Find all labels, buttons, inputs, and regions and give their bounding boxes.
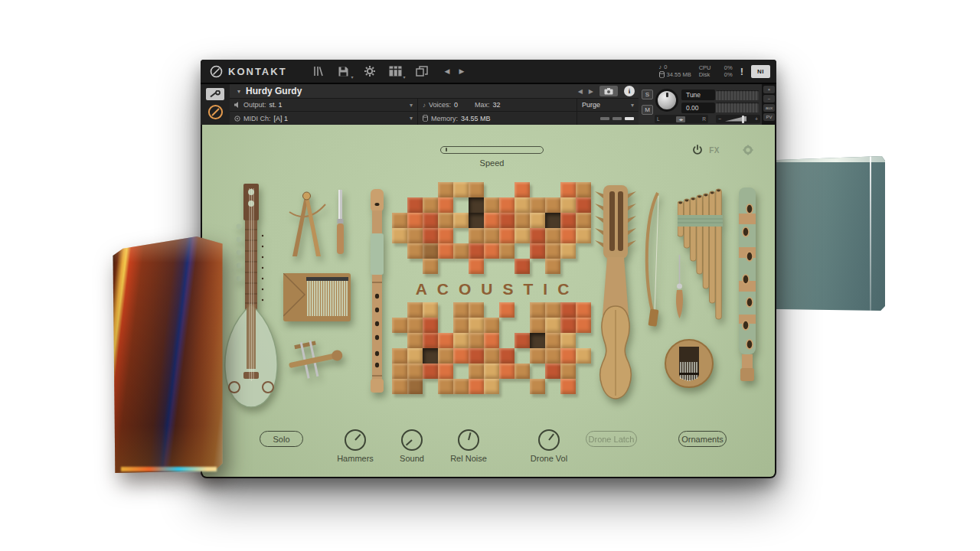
hurdy-gurdy-panel: Speed FX — [202, 125, 775, 477]
mute-channel-button[interactable]: M — [642, 105, 653, 115]
teal-cube-decoration — [776, 156, 885, 311]
toolbar-stats: ♪ 0 34.55 MB CPU 0% Disk 0% — [659, 64, 770, 78]
mosaic-block — [438, 197, 453, 213]
output-caret-icon: ▾ — [410, 102, 413, 109]
solo-channel-button[interactable]: S — [642, 90, 653, 99]
view-size-buttons[interactable] — [600, 117, 634, 120]
speaker-icon — [234, 102, 240, 108]
rel-noise-knob[interactable] — [458, 429, 479, 451]
mosaic-block — [484, 318, 499, 333]
speed-slider[interactable] — [440, 146, 544, 154]
instrument-header-block: ▾ Hurdy Gurdy ◀ ▶ i Output: — [230, 84, 639, 125]
mosaic-block — [484, 197, 499, 213]
library-icon[interactable] — [310, 64, 325, 78]
title-caret-icon[interactable]: ▾ — [237, 88, 240, 95]
chisel-image — [335, 190, 346, 256]
volume-handle[interactable] — [742, 116, 744, 123]
desktop-stage: KONTAKT ▾ ▾ — [0, 0, 980, 551]
toolbar-nav: ◀ ▶ — [445, 67, 465, 75]
mosaic-block — [407, 197, 423, 213]
wood-block-mosaic-upper — [392, 182, 591, 274]
kontakt-toolbar: KONTAKT ▾ ▾ — [201, 60, 776, 84]
mosaic-block — [392, 213, 407, 228]
mosaic-hole — [423, 348, 438, 364]
solo-button[interactable]: Solo — [260, 431, 303, 447]
mosaic-block — [453, 318, 469, 333]
mosaic-block — [407, 228, 423, 243]
mosaic-block — [407, 333, 423, 348]
purge-menu[interactable]: Purge ▾ — [577, 99, 639, 111]
mosaic-block — [530, 243, 545, 259]
mosaic-block — [407, 379, 423, 394]
warning-icon[interactable]: ! — [740, 66, 743, 77]
round-kalimba-image — [664, 339, 714, 388]
mosaic-block — [484, 364, 499, 379]
mosaic-block — [407, 348, 423, 364]
pan-slider[interactable]: L ◂▸ R — [655, 115, 708, 123]
mosaic-block — [423, 228, 438, 243]
mixer-view-icon[interactable]: ▾ — [388, 64, 403, 78]
disk-value: 0% — [724, 72, 733, 78]
ornaments-button[interactable]: Ornaments — [678, 431, 727, 447]
fx-controls: FX — [692, 145, 753, 155]
mosaic-block — [407, 318, 423, 333]
output-select[interactable]: Output: st. 1 ▾ — [230, 99, 418, 111]
mosaic-block — [530, 348, 545, 364]
mosaic-block — [545, 197, 560, 213]
spinning-tool-image — [287, 337, 344, 385]
save-icon[interactable]: ▾ — [336, 64, 351, 78]
hammers-knob[interactable] — [345, 429, 366, 451]
drone-vol-knob[interactable] — [538, 429, 560, 451]
mosaic-block — [560, 243, 576, 259]
mosaic-block — [392, 379, 407, 394]
mosaic-block — [423, 364, 438, 379]
fx-power-icon[interactable] — [692, 145, 703, 155]
sound-knob[interactable] — [401, 429, 423, 451]
wood-block-mosaic-lower — [392, 302, 591, 394]
mosaic-block — [438, 213, 453, 228]
volume-slider[interactable]: − + — [716, 115, 760, 123]
window-layout-icon[interactable] — [414, 64, 430, 78]
drone-vol-label: Drone Vol — [531, 454, 567, 463]
minimize-instrument-button[interactable]: − — [763, 95, 775, 103]
speed-slider-handle[interactable] — [446, 148, 447, 152]
info-button[interactable]: i — [624, 86, 635, 96]
total-voices-value: 0 — [664, 64, 667, 70]
mosaic-block — [514, 364, 530, 379]
ni-logo[interactable]: NI — [751, 65, 770, 78]
memory-cell: Memory: 34.55 MB — [418, 112, 577, 125]
fx-settings-gear-icon[interactable] — [743, 145, 753, 155]
midi-channel-select[interactable]: MIDI Ch: [A] 1 ▾ — [230, 112, 418, 125]
mosaic-block — [438, 379, 453, 394]
performance-view-button[interactable]: PV — [763, 113, 775, 121]
mosaic-hole — [545, 213, 560, 228]
next-instrument-icon[interactable]: ▶ — [589, 88, 593, 95]
mosaic-block — [469, 348, 484, 364]
voices-label: Voices: — [429, 101, 451, 109]
mosaic-block — [514, 333, 530, 348]
aux-button[interactable]: aux — [763, 104, 775, 112]
close-instrument-button[interactable]: × — [763, 86, 775, 93]
nav-back-icon[interactable]: ◀ — [445, 67, 450, 75]
mosaic-block — [423, 259, 438, 274]
cpu-label: CPU — [699, 65, 711, 71]
mixer-caret-icon: ▾ — [403, 74, 406, 80]
tune-knob[interactable] — [655, 89, 678, 112]
gear-icon[interactable] — [362, 64, 377, 78]
pan-left-label: L — [657, 116, 660, 122]
pan-handle[interactable]: ◂▸ — [676, 116, 685, 122]
nav-forward-icon[interactable]: ▶ — [459, 67, 465, 75]
mosaic-block — [484, 228, 499, 243]
mosaic-block — [407, 243, 423, 259]
snapshot-camera-button[interactable] — [599, 86, 618, 96]
wrench-edit-button[interactable] — [206, 88, 224, 100]
prev-instrument-icon[interactable]: ◀ — [578, 88, 583, 95]
mosaic-block — [560, 228, 576, 243]
mosaic-block — [499, 302, 514, 318]
drone-latch-button[interactable]: Drone Latch — [586, 431, 637, 447]
mosaic-block — [484, 333, 499, 348]
tune-value-cell[interactable]: 0.00 — [681, 103, 715, 113]
instrument-title[interactable]: Hurdy Gurdy — [246, 86, 302, 96]
mosaic-block — [514, 259, 530, 274]
instrument-rail — [201, 84, 230, 125]
